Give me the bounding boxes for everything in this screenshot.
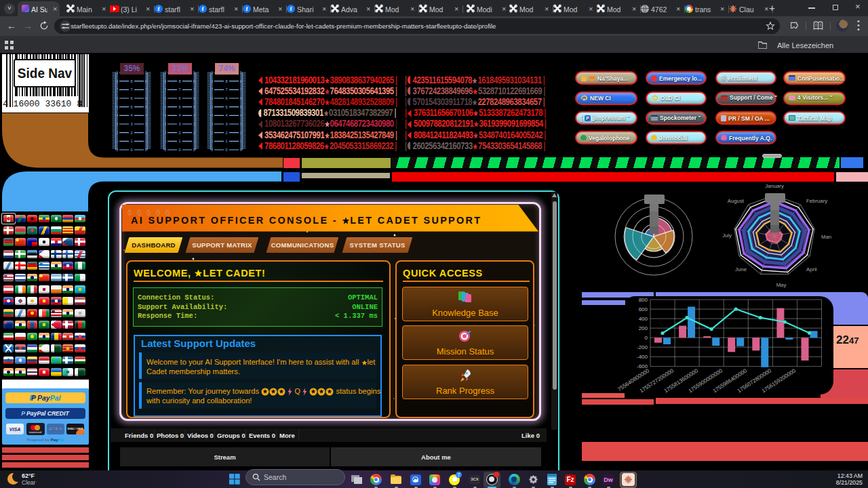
svg-text:200: 200 <box>639 325 648 331</box>
svg-text:-200: -200 <box>637 344 648 350</box>
svg-text:400: 400 <box>639 316 648 322</box>
svg-text:800: 800 <box>639 297 648 303</box>
svg-text:0: 0 <box>645 335 648 341</box>
svg-text:-400: -400 <box>637 354 648 360</box>
svg-text:600: 600 <box>639 306 648 312</box>
